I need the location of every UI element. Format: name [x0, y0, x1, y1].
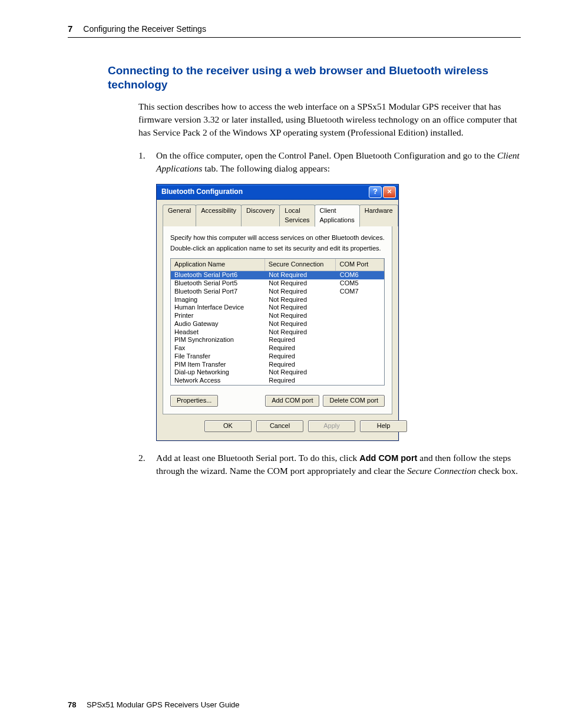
cell-com — [336, 312, 384, 320]
cell-secure: Required — [265, 377, 336, 385]
section-heading: Connecting to the receiver using a web b… — [108, 64, 521, 92]
cell-app-name: Headset — [171, 328, 265, 337]
cell-app-name: Imaging — [171, 296, 265, 304]
page-header: 7 Configuring the Receiver Settings — [68, 24, 521, 38]
step-2: Add at least one Bluetooth Serial port. … — [138, 452, 521, 478]
close-icon[interactable]: × — [383, 186, 396, 198]
applications-table: Application Name Secure Connection COM P… — [170, 258, 385, 385]
apply-button[interactable]: Apply — [308, 420, 355, 432]
step1-text-c: tab. The following dialog appears: — [202, 163, 330, 173]
cell-com — [336, 361, 384, 369]
cell-secure: Not Required — [265, 271, 336, 279]
tab-client-applications[interactable]: Client Applications — [315, 205, 360, 227]
cell-app-name: PIM Synchronization — [171, 336, 265, 344]
cell-com: COM7 — [336, 288, 384, 296]
doc-title: SPSx51 Modular GPS Receivers User Guide — [87, 700, 239, 709]
cell-secure: Required — [265, 336, 336, 344]
cancel-button[interactable]: Cancel — [256, 420, 303, 432]
step2-text-b: Add COM port — [359, 453, 417, 463]
table-row[interactable]: Bluetooth Serial Port7Not RequiredCOM7 — [171, 288, 384, 296]
cell-secure: Not Required — [265, 320, 336, 328]
cell-com — [336, 377, 384, 385]
table-row[interactable]: Human Interface DeviceNot Required — [171, 304, 384, 312]
tab-accessibility[interactable]: Accessibility — [196, 205, 242, 226]
cell-app-name: Fax — [171, 344, 265, 353]
panel-text-2: Double-click an application name to set … — [170, 244, 385, 252]
cell-app-name: Bluetooth Serial Port5 — [171, 279, 265, 288]
table-row[interactable]: Bluetooth Serial Port5Not RequiredCOM5 — [171, 279, 384, 288]
col-app-name[interactable]: Application Name — [171, 259, 265, 271]
table-row[interactable]: PIM Item TransferRequired — [171, 361, 384, 369]
tab-general[interactable]: General — [163, 205, 196, 226]
tab-strip: General Accessibility Discovery Local Se… — [163, 205, 392, 226]
cell-com: COM5 — [336, 279, 384, 288]
step1-text-a: On the office computer, open the Control… — [156, 150, 497, 160]
col-com[interactable]: COM Port — [336, 259, 384, 271]
cell-app-name: PIM Item Transfer — [171, 361, 265, 369]
cell-app-name: Bluetooth Serial Port6 — [171, 271, 265, 279]
table-row[interactable]: FaxRequired — [171, 344, 384, 353]
chapter-title: Configuring the Receiver Settings — [83, 24, 206, 34]
cell-app-name: Audio Gateway — [171, 320, 265, 328]
table-row[interactable]: Bluetooth Serial Port6Not RequiredCOM6 — [171, 271, 384, 279]
table-row[interactable]: File TransferRequired — [171, 353, 384, 361]
cell-app-name: Bluetooth Serial Port7 — [171, 288, 265, 296]
cell-com — [336, 353, 384, 361]
table-header: Application Name Secure Connection COM P… — [171, 259, 384, 271]
cell-secure: Required — [265, 361, 336, 369]
cell-secure: Not Required — [265, 328, 336, 337]
cell-com — [336, 296, 384, 304]
table-row[interactable]: Dial-up NetworkingNot Required — [171, 368, 384, 377]
tab-local-services[interactable]: Local Services — [279, 205, 315, 226]
page-footer: 78 SPSx51 Modular GPS Receivers User Gui… — [68, 700, 239, 709]
step2-text-d: Secure Connection — [407, 466, 476, 476]
bluetooth-config-dialog: Bluetooth Configuration ? × General Acce… — [156, 184, 399, 441]
cell-app-name: Dial-up Networking — [171, 368, 265, 377]
col-secure[interactable]: Secure Connection — [265, 259, 336, 271]
cell-secure: Not Required — [265, 296, 336, 304]
cell-secure: Not Required — [265, 368, 336, 377]
cell-app-name: Printer — [171, 312, 265, 320]
cell-secure: Not Required — [265, 288, 336, 296]
dialog-title: Bluetooth Configuration — [161, 187, 368, 197]
tab-panel: Specify how this computer will access se… — [163, 226, 392, 414]
intro-paragraph: This section describes how to access the… — [138, 100, 521, 140]
step-1: On the office computer, open the Control… — [138, 149, 521, 441]
cell-secure: Required — [265, 344, 336, 353]
help-button[interactable]: Help — [360, 420, 407, 432]
table-row[interactable]: PrinterNot Required — [171, 312, 384, 320]
page-number: 78 — [68, 700, 76, 709]
cell-com — [336, 336, 384, 344]
cell-secure: Not Required — [265, 312, 336, 320]
dialog-bottom-buttons: OK Cancel Apply Help — [163, 414, 392, 434]
chapter-number: 7 — [68, 24, 72, 34]
step2-text-a: Add at least one Bluetooth Serial port. … — [156, 453, 359, 463]
panel-text-1: Specify how this computer will access se… — [170, 233, 385, 242]
cell-app-name: Network Access — [171, 377, 265, 385]
cell-com: COM6 — [336, 271, 384, 279]
delete-com-port-button[interactable]: Delete COM port — [323, 395, 385, 407]
cell-com — [336, 368, 384, 377]
cell-app-name: Human Interface Device — [171, 304, 265, 312]
help-icon[interactable]: ? — [369, 186, 382, 198]
table-row[interactable]: Network AccessRequired — [171, 377, 384, 385]
cell-secure: Required — [265, 353, 336, 361]
add-com-port-button[interactable]: Add COM port — [265, 395, 319, 407]
tab-hardware[interactable]: Hardware — [359, 205, 398, 226]
step2-text-e: check box. — [476, 466, 518, 476]
ok-button[interactable]: OK — [204, 420, 252, 432]
cell-com — [336, 328, 384, 337]
cell-secure: Not Required — [265, 279, 336, 288]
table-row[interactable]: HeadsetNot Required — [171, 328, 384, 337]
table-row[interactable]: PIM SynchronizationRequired — [171, 336, 384, 344]
cell-secure: Not Required — [265, 304, 336, 312]
tab-discovery[interactable]: Discovery — [241, 205, 280, 226]
cell-com — [336, 344, 384, 353]
cell-com — [336, 304, 384, 312]
cell-com — [336, 320, 384, 328]
dialog-titlebar[interactable]: Bluetooth Configuration ? × — [157, 185, 398, 200]
cell-app-name: File Transfer — [171, 353, 265, 361]
table-row[interactable]: ImagingNot Required — [171, 296, 384, 304]
table-row[interactable]: Audio GatewayNot Required — [171, 320, 384, 328]
properties-button[interactable]: Properties... — [170, 395, 218, 407]
